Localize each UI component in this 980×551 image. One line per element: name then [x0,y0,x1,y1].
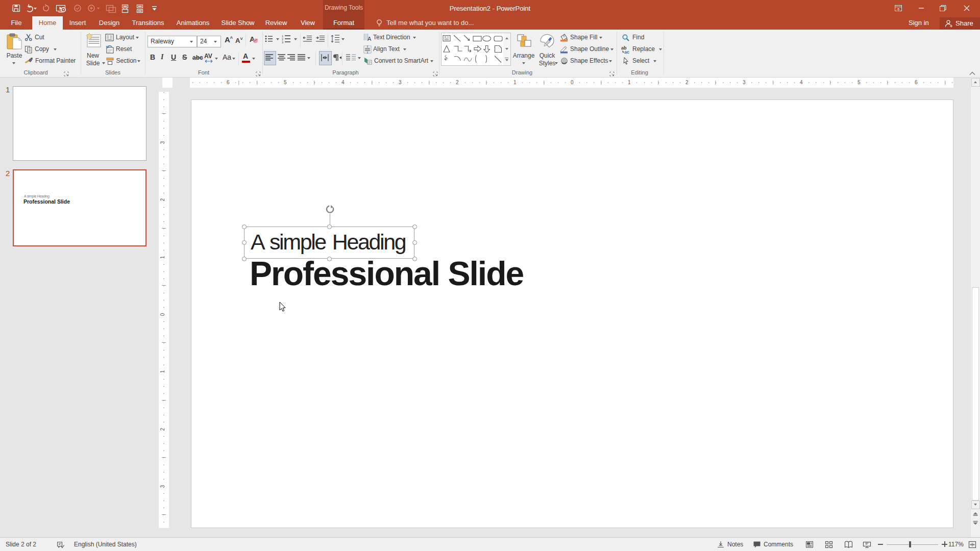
svg-text:A: A [368,36,372,42]
svg-text:AV: AV [204,53,212,60]
svg-text:3: 3 [282,41,283,44]
svg-text:ac: ac [624,49,629,54]
